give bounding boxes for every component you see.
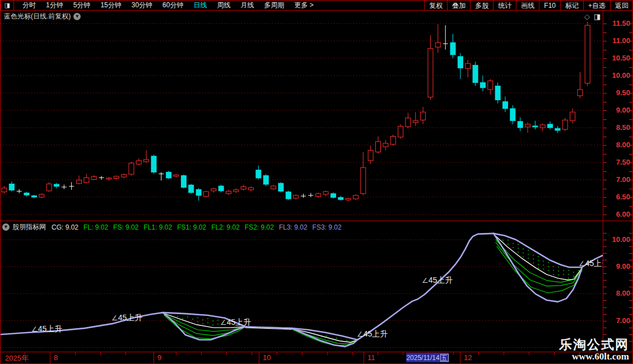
- month-line-10: [259, 352, 259, 363]
- period-item-1[interactable]: 1分钟: [41, 1, 68, 10]
- period-item-8[interactable]: 月线: [235, 1, 259, 10]
- main-axis-label-6.50: 6.50: [606, 193, 630, 201]
- diamond-icon[interactable]: ◇: [584, 12, 590, 21]
- main-axis-label-10.00: 10.00: [606, 71, 630, 80]
- period-item-0[interactable]: 分时: [17, 1, 41, 10]
- ind-axis-label-7.00: 7.00: [606, 316, 630, 325]
- month-line-9: [153, 352, 154, 363]
- rise-45-label-2: ∠45上升: [220, 318, 251, 326]
- watermark-site-name: 乐淘公式网: [559, 338, 629, 351]
- tool-item-8[interactable]: 返回: [610, 1, 633, 10]
- rise-45-label-5: ∠45上升: [579, 259, 603, 268]
- month-label-12: 12: [464, 353, 472, 362]
- main-axis-label-6.00: 6.00: [606, 210, 630, 218]
- period-menu: 分时1分钟5分钟15分钟30分钟60分钟日线周线月线多周期更多 >: [14, 1, 319, 10]
- main-axis-label-8.50: 8.50: [606, 123, 630, 132]
- chevron-down-icon[interactable]: ▼: [73, 13, 81, 20]
- tool-item-0[interactable]: 复权: [424, 1, 447, 10]
- readout-FS1: FS1: 9.02: [177, 223, 206, 231]
- ind-axis-label-9.00: 9.00: [606, 262, 630, 270]
- month-label-9: 9: [157, 353, 161, 362]
- ind-axis-label-10.00: 10.00: [606, 235, 630, 244]
- month-line-11: [364, 352, 364, 363]
- month-label-10: 10: [263, 353, 271, 362]
- tool-item-4[interactable]: 画线: [516, 1, 539, 10]
- rise-45-label-3: ∠45上升: [357, 329, 388, 338]
- main-candle-chart[interactable]: [1, 11, 603, 221]
- main-axis-label-9.50: 9.50: [606, 88, 630, 97]
- ind-axis-label-8.00: 8.00: [606, 289, 630, 297]
- indicator-readouts: CG: 9.02FL: 9.02FS: 9.02FL1: 9.02FS1: 9.…: [52, 222, 347, 232]
- period-item-3[interactable]: 15分钟: [95, 1, 126, 10]
- indicator-chart[interactable]: ∠45上升∠45上升∠45上升∠45上升∠45上升∠45上升: [1, 232, 603, 352]
- layout-toggle-icon[interactable]: ◨: [1, 1, 14, 10]
- main-axis-label-7.00: 7.00: [606, 175, 630, 184]
- period-item-2[interactable]: 5分钟: [68, 1, 96, 10]
- main-axis-label-9.00: 9.00: [606, 106, 630, 114]
- rise-45-label-1: ∠45上升: [111, 313, 142, 322]
- main-axis-label-11.50: 11.50: [606, 19, 630, 27]
- collapse-icon[interactable]: ▼: [2, 223, 10, 231]
- cursor-weekday: 五: [440, 354, 449, 362]
- readout-FL2: FL2: 9.02: [211, 223, 240, 231]
- watermark-url: www.60lt.com: [559, 351, 629, 362]
- readout-FL3: FL3: 9.02: [279, 223, 308, 231]
- readout-FS3: FS3: 9.02: [313, 223, 342, 231]
- top-toolbar: ◨ 分时1分钟5分钟15分钟30分钟60分钟日线周线月线多周期更多 > 复权叠加…: [1, 0, 633, 11]
- month-label-11: 11: [367, 353, 375, 362]
- indicator-name: 股朋指标网: [12, 222, 46, 232]
- readout-FL: FL: 9.02: [83, 223, 108, 231]
- readout-FS: FS: 9.02: [113, 223, 138, 231]
- rise-45-label-0: ∠45上升: [31, 324, 62, 333]
- tool-item-7[interactable]: +自选: [583, 1, 610, 10]
- month-label-8: 8: [54, 353, 58, 362]
- period-item-9[interactable]: 多周期: [259, 1, 289, 10]
- tool-item-6[interactable]: 标记: [560, 1, 583, 10]
- watermark: 乐淘公式网 www.60lt.com: [559, 338, 629, 362]
- main-axis-label-8.00: 8.00: [606, 141, 630, 149]
- cursor-date-badge: 2025/11/14五: [406, 353, 449, 362]
- readout-CG: CG: 9.02: [52, 223, 78, 231]
- tool-item-5[interactable]: F10: [539, 1, 560, 10]
- indicator-header: ▼ 股朋指标网 CG: 9.02FL: 9.02FS: 9.02FL1: 9.0…: [1, 222, 347, 232]
- period-item-4[interactable]: 30分钟: [127, 1, 157, 10]
- cursor-date: 2025/11/14: [406, 354, 439, 362]
- readout-FL1: FL1: 9.02: [143, 223, 172, 231]
- tool-item-3[interactable]: 统计: [493, 1, 516, 10]
- rise-45-label-4: ∠45上升: [422, 276, 453, 284]
- tool-item-1[interactable]: 叠加: [447, 1, 470, 10]
- chart-title: 蓝色光标(日线.前复权): [4, 12, 71, 21]
- readout-FS2: FS2: 9.02: [245, 223, 274, 231]
- main-axis-label-11.00: 11.00: [606, 36, 630, 45]
- period-item-7[interactable]: 周线: [212, 1, 235, 10]
- panel-toggle-icon[interactable]: ◨: [594, 12, 601, 21]
- panel-divider: [1, 221, 633, 221]
- tool-item-2[interactable]: 多股: [470, 1, 493, 10]
- time-axis[interactable]: 2025年 89101112 2025/11/14五: [1, 352, 633, 363]
- main-axis-label-10.50: 10.50: [606, 54, 630, 62]
- chart-title-row: 蓝色光标(日线.前复权) ▼: [4, 12, 81, 21]
- month-line-12: [460, 352, 460, 363]
- main-axis-label-7.50: 7.50: [606, 158, 630, 166]
- month-line-8: [50, 352, 50, 363]
- period-item-5[interactable]: 60分钟: [157, 1, 188, 10]
- period-item-10[interactable]: 更多 >: [289, 1, 318, 10]
- stock-app-window: ◨ 分时1分钟5分钟15分钟30分钟60分钟日线周线月线多周期更多 > 复权叠加…: [0, 0, 633, 364]
- period-item-6[interactable]: 日线: [188, 1, 212, 10]
- tools-menu: 复权叠加多股统计画线F10标记+自选返回: [424, 1, 633, 10]
